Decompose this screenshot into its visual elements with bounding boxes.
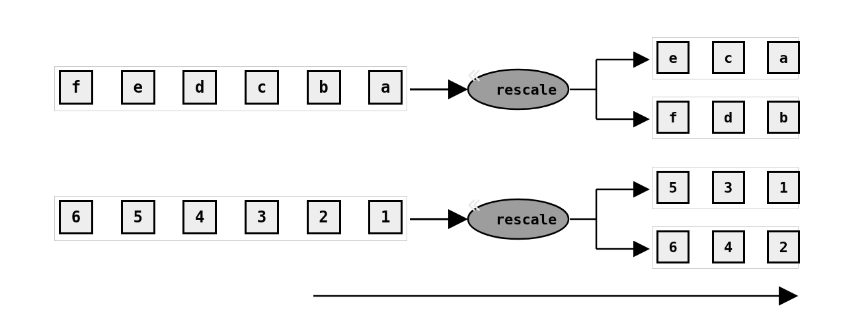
marble: 2: [767, 230, 800, 263]
marble: 6: [59, 200, 93, 234]
marble: 5: [121, 200, 155, 234]
marble: 2: [307, 200, 341, 234]
output-row: 5 3 1: [656, 171, 794, 204]
marble: 3: [712, 171, 745, 204]
marble: a: [767, 41, 800, 74]
marble: f: [59, 70, 93, 105]
output-stream-b-1: 6 4 2: [652, 226, 799, 269]
marble: e: [121, 70, 155, 105]
marble: c: [245, 70, 279, 105]
rescale-operator-1: rescale: [467, 68, 570, 111]
marble: b: [767, 101, 800, 134]
output-stream-a-1: f d b: [652, 97, 799, 139]
marble: 4: [712, 230, 745, 263]
marble: 1: [368, 200, 403, 234]
input-row: 6 5 4 3 2 1: [59, 200, 403, 234]
output-row: f d b: [656, 101, 794, 134]
rewind-icon: [480, 212, 494, 226]
output-row: e c a: [656, 41, 794, 74]
marble: f: [656, 101, 690, 134]
operator-label: rescale: [496, 211, 557, 228]
marble: 3: [245, 200, 279, 234]
output-stream-a-0: e c a: [652, 37, 799, 79]
input-stream-a: f e d c b a: [54, 66, 407, 111]
output-stream-b-0: 5 3 1: [652, 167, 799, 209]
output-row: 6 4 2: [656, 230, 794, 263]
rescale-operator-2: rescale: [467, 198, 570, 240]
diagram-canvas: f e d c b a rescale: [0, 0, 868, 331]
input-stream-b: 6 5 4 3 2 1: [54, 196, 407, 241]
time-axis-arrow: [311, 286, 803, 306]
marble: d: [182, 70, 217, 105]
operator-label: rescale: [496, 81, 557, 98]
marble: e: [656, 41, 690, 74]
input-row: f e d c b a: [59, 70, 403, 105]
arrow-input-to-op-2: [407, 208, 471, 230]
marble: d: [712, 101, 745, 134]
split-arrows-2: [570, 169, 654, 269]
split-arrows-1: [570, 40, 654, 139]
marble: 5: [656, 171, 690, 204]
marble: 1: [767, 171, 800, 204]
marble: 4: [182, 200, 217, 234]
marble: c: [712, 41, 745, 74]
arrow-input-to-op-1: [407, 78, 471, 101]
rewind-icon: [480, 82, 494, 97]
marble: b: [307, 70, 341, 105]
marble: 6: [656, 230, 690, 263]
marble: a: [368, 70, 403, 105]
